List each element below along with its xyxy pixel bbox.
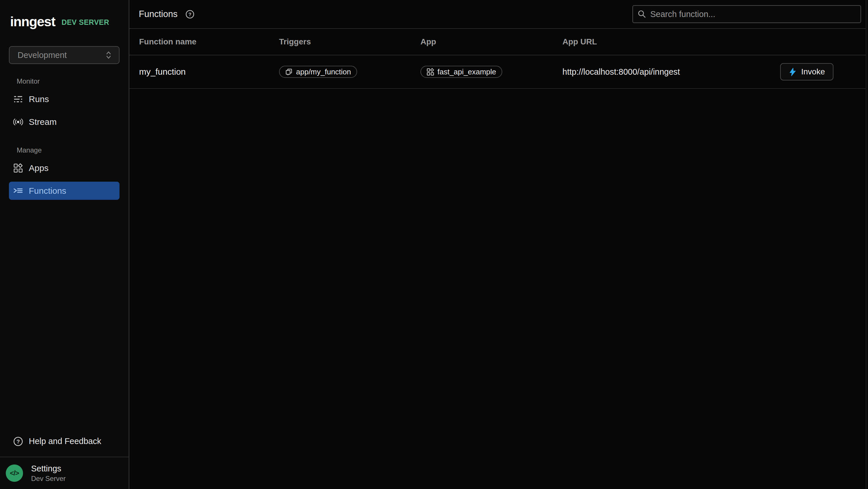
sidebar-item-label: Stream (29, 117, 57, 127)
col-app-url: App URL (562, 37, 780, 47)
app-label: fast_api_example (437, 67, 496, 77)
sidebar-item-functions[interactable]: Functions (9, 182, 120, 200)
sidebar-spacer (0, 200, 129, 432)
question-circle-icon: ? (13, 436, 23, 446)
lightning-bolt-icon (788, 68, 797, 76)
topbar: Functions ? (129, 0, 868, 29)
app-cell: fast_api_example (421, 66, 562, 78)
scrollbar-track[interactable] (866, 0, 868, 489)
sidebar-item-runs[interactable]: Runs (9, 90, 120, 108)
sidebar-item-label: Apps (29, 163, 49, 173)
page-title: Functions (139, 9, 177, 19)
env-badge: DEV SERVER (62, 17, 110, 27)
svg-text:?: ? (17, 438, 20, 444)
table-row[interactable]: my_function app/my_function (129, 55, 868, 89)
apps-icon (13, 163, 23, 173)
help-icon[interactable]: ? (185, 10, 194, 19)
trigger-label: app/my_function (296, 67, 351, 77)
sidebar-item-stream[interactable]: Stream (9, 113, 120, 131)
sidebar-item-label: Runs (29, 94, 49, 104)
app-badge[interactable]: fast_api_example (421, 66, 502, 78)
sidebar-item-label: Functions (29, 186, 66, 196)
search-icon (638, 10, 646, 19)
search-box (632, 5, 861, 23)
apps-icon (427, 68, 434, 76)
trigger-badge[interactable]: app/my_function (279, 66, 357, 78)
col-function-name: Function name (139, 37, 279, 47)
event-frame-icon (285, 68, 293, 76)
logo-row: inngest DEV SERVER (0, 0, 129, 31)
settings-text: Settings Dev Server (31, 464, 66, 483)
section-label-monitor: Monitor (17, 77, 129, 85)
triggers-cell: app/my_function (279, 66, 421, 78)
runs-icon (13, 94, 23, 104)
settings-sublabel: Dev Server (31, 474, 66, 483)
chevron-up-down-icon (104, 51, 113, 60)
help-and-feedback-label: Help and Feedback (29, 436, 101, 446)
app-url-cell: http://localhost:8000/api/inngest (562, 67, 780, 77)
inngest-dev-server-app: inngest DEV SERVER Development Monitor R… (0, 0, 868, 489)
main-content: Functions ? Function name Triggers App A… (129, 0, 868, 489)
dev-server-code-icon: </> (6, 464, 23, 482)
help-and-feedback-link[interactable]: ? Help and Feedback (9, 432, 120, 450)
invoke-label: Invoke (801, 67, 825, 77)
table-header: Function name Triggers App App URL (129, 29, 868, 55)
col-app: App (421, 37, 562, 47)
sidebar-item-apps[interactable]: Apps (9, 159, 120, 177)
environment-selector[interactable]: Development (9, 46, 120, 64)
svg-text:?: ? (189, 12, 191, 17)
invoke-cell: Invoke (780, 63, 868, 81)
settings-label: Settings (31, 464, 66, 473)
section-label-manage: Manage (17, 146, 129, 154)
search-input[interactable] (650, 9, 856, 19)
settings-row[interactable]: </> Settings Dev Server (0, 457, 129, 489)
col-triggers: Triggers (279, 37, 421, 47)
title-wrap: Functions ? (139, 9, 194, 19)
stream-icon (13, 117, 23, 127)
inngest-logo: inngest (10, 13, 55, 31)
functions-icon (13, 186, 23, 196)
environment-selector-value: Development (18, 51, 67, 60)
sidebar: inngest DEV SERVER Development Monitor R… (0, 0, 129, 489)
invoke-button[interactable]: Invoke (780, 63, 833, 81)
function-name-cell: my_function (139, 67, 279, 77)
